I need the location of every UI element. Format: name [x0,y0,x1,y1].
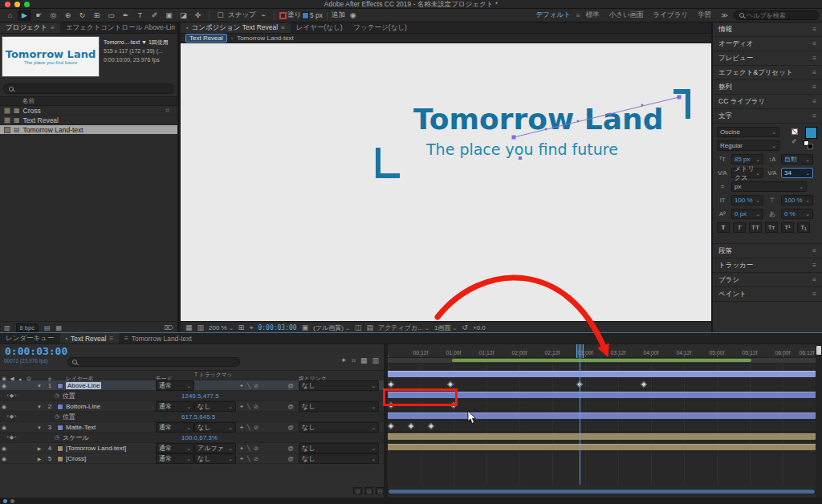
resolution-dropdown[interactable]: (フル画質) ⌄ [313,323,350,332]
layer-row-above-line[interactable]: ◉ ▼ 1 Above-Line 通常⌄ ✦╲⊘ @ なし⌄ [0,380,384,391]
panel-menu-icon[interactable]: ≡ [281,24,285,31]
region-of-interest-icon[interactable]: ◫ [355,323,362,331]
eye-icon[interactable]: ◉ [0,425,8,431]
new-composition-icon[interactable]: ▦ [55,324,62,331]
pickwhip-icon[interactable]: @ [283,383,299,388]
pickwhip-icon[interactable]: @ [283,425,299,430]
panel-effects-presets[interactable]: エフェクト&プリセット≡ [713,66,822,80]
text-fill-color-swatch[interactable] [805,127,817,139]
twirl-icon[interactable]: ▶ [34,456,45,461]
layer-switches[interactable]: ✦╲⊘ [236,404,283,410]
above-line-shape[interactable] [673,89,690,119]
property-value[interactable]: 1249.5,477.5 [181,392,384,400]
property-name[interactable]: スケール [63,433,181,442]
current-time-display[interactable]: 0:00:03:00 [5,345,67,357]
help-search-input[interactable] [747,12,809,19]
pan-behind-tool[interactable]: ⊞ [90,10,104,21]
unit-dropdown[interactable]: px⌄ [731,181,807,192]
project-item-label[interactable]: Tomorrow Land-text [23,126,83,134]
default-black-swatch[interactable] [808,144,813,149]
close-window-button[interactable] [5,2,10,7]
stroke-swatch[interactable] [279,12,287,19]
workspace-libraries[interactable]: ライブラリ [649,10,693,20]
layer-bar[interactable] [388,371,816,377]
panel-menu-icon[interactable]: ≡ [812,26,816,33]
zoom-window-button[interactable] [24,2,30,7]
parent-dropdown[interactable]: なし⌄ [299,401,379,412]
magnification-icon[interactable]: ▥ [197,323,205,331]
rotate-tool[interactable]: ↻ [75,10,89,21]
property-row-scale[interactable]: ‹◆› ◷ スケール 100.0,67.3% [0,433,384,443]
property-value[interactable]: 100.0,67.3% [181,434,384,441]
twirl-icon[interactable]: ▼ [34,425,45,430]
property-name[interactable]: 位置 [63,392,181,400]
panel-menu-icon[interactable]: ≡ [812,69,816,76]
panel-menu-icon[interactable]: ≡ [109,335,113,342]
small-caps-button[interactable]: Tᴛ [765,222,778,233]
tab-footage[interactable]: フッテージ(なし) [348,22,413,33]
transparency-grid-icon[interactable]: ▤ [366,323,373,331]
layer-row-matte-text[interactable]: ◉ ▼ 3 Matte-Text 通常⌄ なし⌄ ✦╲⊘ @ なし⌄ [0,422,384,433]
project-search[interactable] [3,83,174,94]
keyframe-track-scale[interactable] [388,421,816,432]
zoom-dropdown[interactable]: 200 % ⌄ [209,324,234,331]
bottom-line-shape[interactable] [376,148,400,178]
font-style-dropdown[interactable]: Regular⌄ [717,140,779,151]
horizontal-scale-dropdown[interactable]: 100 %⌄ [781,195,813,205]
mode-dropdown[interactable]: 通常⌄ [156,443,194,453]
workspace-overflow-icon[interactable]: ≫ [717,11,732,19]
composition-mini-flowchart-icon[interactable]: ✦ [340,356,347,365]
layer-color-swatch[interactable] [57,456,63,462]
parent-dropdown[interactable]: なし⌄ [299,443,379,453]
project-item-row[interactable]: ▦ Text Reveal [0,116,177,125]
comp-marker-button[interactable] [816,346,821,355]
mode-dropdown[interactable]: 通常⌄ [156,380,194,391]
panel-tracker[interactable]: トラッカー≡ [713,258,822,273]
layer-track-matte-text[interactable] [388,411,816,421]
add-icon[interactable]: ◉ [346,10,360,21]
reset-exposure-icon[interactable]: ↺ [462,323,468,331]
stopwatch-icon[interactable]: ◷ [51,392,63,399]
panel-info[interactable]: 情報≡ [713,22,822,37]
layer-color-swatch[interactable] [57,383,63,389]
property-value[interactable]: 617.5,645.5 [181,413,384,421]
minimize-window-button[interactable] [14,2,20,7]
panel-menu-icon[interactable]: ≡ [812,291,816,298]
panel-menu-icon[interactable]: ≡ [812,262,816,269]
stopwatch-icon[interactable]: ◷ [51,434,63,441]
parent-dropdown[interactable]: なし⌄ [299,453,379,464]
work-area-bar[interactable] [388,358,816,364]
hand-tool[interactable]: ☛ [32,10,46,21]
layer-color-swatch[interactable] [57,404,63,410]
graph-editor-icon[interactable]: ◱ [364,487,373,494]
keyframe-diamond[interactable] [447,381,454,388]
panel-menu-icon[interactable]: ≡ [812,55,816,62]
panel-audio[interactable]: オーディオ≡ [713,37,822,51]
layer-bar[interactable] [388,444,816,450]
pen-tool[interactable]: ✒ [119,10,132,21]
snap-checkbox[interactable]: ☐ [214,10,227,21]
panel-preview[interactable]: プレビュー≡ [713,51,822,66]
tab-timeline-text-reveal[interactable]: ▪ Text Reveal ≡ [60,333,120,343]
panel-menu-icon[interactable]: ≡ [51,24,55,31]
snapshot-icon[interactable]: ▣ [302,323,309,331]
bit-depth-button[interactable]: 8 bpc [16,323,39,332]
tab-render-queue[interactable]: レンダーキュー [0,333,60,343]
help-search[interactable] [734,10,819,20]
trkmat-dropdown[interactable]: アルファ⌄ [194,443,236,453]
trkmat-dropdown[interactable]: なし⌄ [194,422,236,433]
panel-character[interactable]: 文字≡ [713,109,822,124]
interpret-footage-icon[interactable]: ▥ [4,324,10,331]
stroke-width-value[interactable]: 5 px [310,11,323,19]
leading-dropdown[interactable]: 自動⌄ [781,154,813,165]
project-item-label[interactable]: Text Reveal [23,116,59,124]
keyframe-nav[interactable]: ‹◆› [0,434,24,441]
artwork-subtitle-text[interactable]: The place you find future [426,140,618,158]
mode-dropdown[interactable]: 通常⌄ [156,422,194,433]
faux-bold-button[interactable]: T [717,222,730,233]
layer-switches[interactable]: ✦╲⊘ [236,425,283,431]
timeline-search[interactable] [67,357,240,367]
eye-icon[interactable]: ◉ [0,445,8,452]
viewer-timecode[interactable]: 0:00:03:00 [258,324,296,331]
layer-bar[interactable] [388,413,816,419]
